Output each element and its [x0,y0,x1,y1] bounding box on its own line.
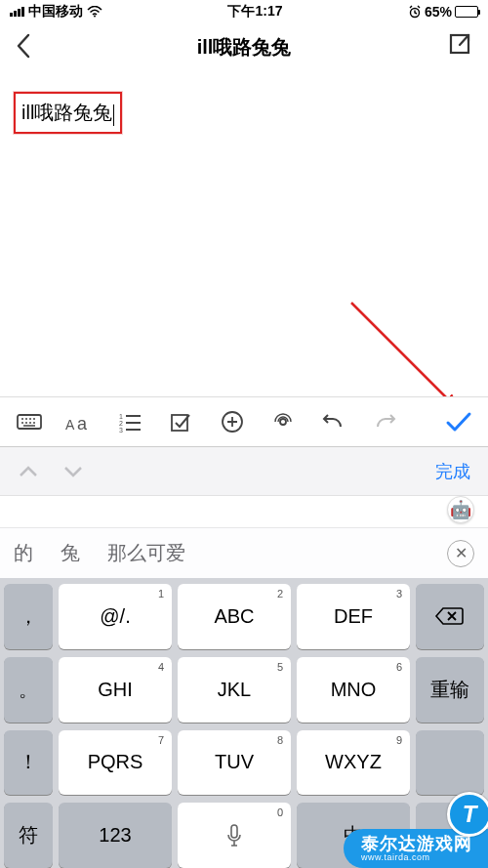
key-symbols[interactable]: 符 [4,803,53,868]
key-exclaim[interactable]: ！ [4,730,53,796]
checklist-button[interactable] [162,402,201,441]
editor-toolbar: Aa 123 [0,396,488,447]
key-1[interactable]: 1@/. [59,584,172,649]
svg-text:a: a [77,414,88,434]
svg-rect-3 [18,415,41,429]
text-highlight: ill哦路兔兔 [14,92,122,134]
chevron-up-icon[interactable] [18,463,39,480]
key-8[interactable]: 8TUV [178,730,291,796]
key-backspace[interactable] [416,584,484,649]
status-bar: 中国移动 下午1:17 65% [0,0,488,23]
key-6[interactable]: 6MNO [297,657,410,723]
watermark: T 泰尔达游戏网 www.tairda.com [344,784,488,868]
suggestion-1[interactable]: 的 [14,540,33,566]
svg-rect-9 [172,415,187,431]
key-clear[interactable]: 重输 [416,657,484,723]
list-button[interactable]: 123 [111,402,150,441]
svg-text:1: 1 [119,413,123,420]
key-4[interactable]: 4GHI [59,657,172,723]
status-left: 中国移动 [10,3,102,21]
confirm-button[interactable] [439,402,478,441]
nav-bar: ill哦路兔兔 [0,23,488,70]
key-3[interactable]: 3DEF [297,584,410,649]
svg-rect-12 [231,825,237,838]
suggestion-3[interactable]: 那么可爱 [107,540,185,566]
svg-point-0 [94,16,96,18]
key-7[interactable]: 7PQRS [59,730,172,796]
sticker-button[interactable]: 🤖 [447,496,474,523]
keyboard-done-button[interactable]: 完成 [435,460,470,483]
battery-pct: 65% [425,4,452,20]
battery-icon [455,6,478,18]
svg-text:3: 3 [119,427,123,433]
record-button[interactable] [264,402,303,441]
page-title: ill哦路兔兔 [197,34,292,61]
add-button[interactable] [213,402,252,441]
svg-point-11 [280,419,286,425]
status-right: 65% [408,4,478,20]
editor-text: ill哦路兔兔 [21,102,112,123]
key-mic[interactable]: 0 [178,803,291,868]
suggestion-2[interactable]: 兔 [61,540,80,566]
undo-button[interactable] [314,402,353,441]
watermark-logo: T [447,792,488,837]
keyboard-toggle-button[interactable] [10,402,49,441]
chevron-down-icon[interactable] [62,463,84,480]
key-5[interactable]: 5JKL [178,657,291,723]
key-comma[interactable]: ， [4,584,53,649]
status-time: 下午1:17 [227,3,282,21]
font-button[interactable]: Aa [61,402,100,441]
alarm-icon [408,5,422,19]
clear-suggestion-button[interactable]: ✕ [447,540,474,567]
share-button[interactable] [447,31,474,62]
editor-area[interactable]: ill哦路兔兔 [0,70,488,155]
text-cursor [113,104,114,126]
key-2[interactable]: 2ABC [178,584,291,649]
svg-text:A: A [65,417,75,433]
key-period[interactable]: 。 [4,657,53,723]
keyboard-accessory: 完成 [0,447,488,496]
carrier-label: 中国移动 [28,3,83,21]
back-button[interactable] [14,31,41,62]
wifi-icon [87,6,102,18]
svg-text:2: 2 [119,420,123,427]
signal-icon [10,7,24,17]
key-numbers[interactable]: 123 [59,803,172,868]
suggestion-bar: 的 兔 那么可爱 ✕ [0,527,488,578]
redo-button[interactable] [365,402,404,441]
